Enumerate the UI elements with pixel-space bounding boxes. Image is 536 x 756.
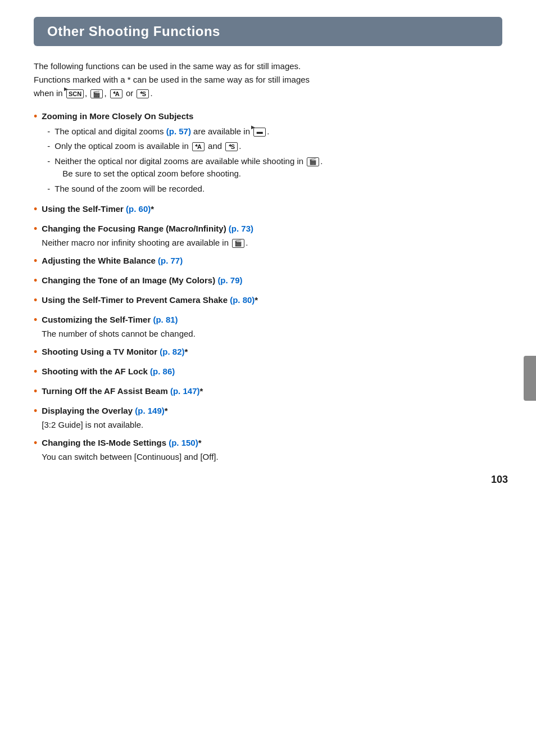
sub-item: - The optical and digital zooms (p. 57) … [47, 125, 502, 138]
page-container: Other Shooting Functions The following f… [0, 0, 536, 503]
icon-cam-scene2: 🎬 [90, 89, 103, 98]
bullet-content-wb: Adjusting the White Balance (p. 77) [42, 255, 502, 268]
list-item: • Adjusting the White Balance (p. 77) [34, 255, 502, 269]
icon-cam-scene1: ▶ SCN [66, 89, 84, 98]
link-p81: (p. 81) [153, 315, 178, 324]
sub-content: Only the optical zoom is available in ⁴A… [54, 140, 502, 153]
sub-content: The sound of the zoom will be recorded. [54, 183, 502, 196]
bullet-content-colors: Changing the Tone of an Image (My Colors… [42, 274, 502, 287]
bullet-dot: • [34, 384, 37, 399]
link-p147: (p. 147) [170, 386, 200, 396]
list-item: • Shooting Using a TV Monitor (p. 82)* [34, 346, 502, 360]
sub-item: - Neither the optical nor digital zooms … [47, 155, 502, 180]
bullet-dot: • [34, 436, 37, 451]
icon-auto-a: ⁴A [192, 142, 205, 151]
indent-note: Be sure to set the optical zoom before s… [62, 169, 241, 178]
item-label: Shooting with the AF Lock (p. 86) [42, 366, 175, 376]
link-p77: (p. 77) [158, 256, 183, 265]
bullet-dot: • [34, 404, 37, 419]
item-label: Changing the IS-Mode Settings (p. 150)* [42, 438, 201, 447]
icon-movie-cam: ▶ ▬ [253, 128, 266, 137]
item-label: Adjusting the White Balance (p. 77) [42, 256, 183, 265]
item-label: Using the Self-Timer to Prevent Camera S… [42, 295, 258, 305]
link-p150: (p. 150) [169, 438, 198, 447]
item-label: Customizing the Self-Timer (p. 81) [42, 315, 178, 324]
bullet-content-tv: Shooting Using a TV Monitor (p. 82)* [42, 346, 502, 359]
icon-cam-auto-s: ⁴S [137, 89, 149, 98]
bullet-list: • Zooming in More Closely On Subjects - … [34, 110, 502, 463]
intro-line1: The following functions can be used in t… [34, 60, 502, 73]
note-text: You can switch between [Continuous] and … [42, 451, 502, 464]
bullet-dot: • [34, 109, 37, 124]
link-p57: (p. 57) [166, 126, 191, 136]
icon-movie3: 🎬 [232, 239, 244, 248]
icon-cam-auto-a: ⁴A [110, 89, 122, 98]
bullet-content-af-beam: Turning Off the AF Assist Beam (p. 147)* [42, 385, 502, 398]
bullet-dot: • [34, 364, 37, 379]
page-title: Other Shooting Functions [47, 24, 489, 39]
sub-dash: - [47, 140, 50, 153]
link-p60: (p. 60) [126, 204, 151, 214]
link-p73: (p. 73) [229, 224, 253, 233]
note-text: Neither macro nor infinity shooting are … [42, 237, 502, 250]
bullet-content-focus: Changing the Focusing Range (Macro/Infin… [42, 223, 502, 249]
list-item: • Customizing the Self-Timer (p. 81) The… [34, 314, 502, 340]
side-tab [524, 356, 536, 401]
link-p82: (p. 82) [160, 347, 184, 356]
bullet-content-custom-timer: Customizing the Self-Timer (p. 81) The n… [42, 314, 502, 340]
sub-dash: - [47, 155, 50, 168]
item-label: Changing the Tone of an Image (My Colors… [42, 275, 242, 285]
intro-line2: Functions marked with a * can be used in… [34, 73, 502, 100]
bullet-dot: • [34, 253, 37, 269]
bullet-content-af-lock: Shooting with the AF Lock (p. 86) [42, 365, 502, 378]
title-bar: Other Shooting Functions [34, 17, 502, 46]
list-item: • Changing the Focusing Range (Macro/Inf… [34, 223, 502, 249]
bullet-dot: • [34, 221, 37, 237]
item-label: Turning Off the AF Assist Beam (p. 147)* [42, 386, 203, 396]
note-text: [3:2 Guide] is not available. [42, 419, 502, 432]
list-item: • Changing the Tone of an Image (My Colo… [34, 274, 502, 288]
or-text: or [126, 88, 133, 98]
sub-dash: - [47, 125, 50, 138]
item-label: Changing the Focusing Range (Macro/Infin… [42, 224, 253, 233]
list-item: • Displaying the Overlay (p. 149)* [3:2 … [34, 405, 502, 431]
note-text: The number of shots cannot be changed. [42, 328, 502, 341]
link-p149: (p. 149) [135, 406, 165, 415]
bullet-content-shake: Using the Self-Timer to Prevent Camera S… [42, 294, 502, 307]
list-item: • Shooting with the AF Lock (p. 86) [34, 365, 502, 379]
intro-paragraph: The following functions can be used in t… [34, 60, 502, 100]
icon-auto-s: ⁴S [225, 142, 238, 151]
sub-list-zoom: - The optical and digital zooms (p. 57) … [47, 125, 502, 196]
sub-content: The optical and digital zooms (p. 57) ar… [54, 125, 502, 138]
item-label: Using the Self-Timer (p. 60)* [42, 204, 154, 214]
list-item: • Changing the IS-Mode Settings (p. 150)… [34, 437, 502, 463]
page-number: 103 [491, 474, 508, 486]
list-item: • Turning Off the AF Assist Beam (p. 147… [34, 385, 502, 399]
bullet-dot: • [34, 202, 37, 217]
item-label-zoom: Zooming in More Closely On Subjects [42, 111, 193, 121]
item-label: Shooting Using a TV Monitor (p. 82)* [42, 347, 188, 356]
icon-movie2: 🎬 [307, 157, 319, 166]
sub-item: - Only the optical zoom is available in … [47, 140, 502, 153]
bullet-content-self-timer: Using the Self-Timer (p. 60)* [42, 203, 502, 216]
bullet-dot: • [34, 313, 37, 328]
sub-dash: - [47, 183, 50, 196]
bullet-content-overlay: Displaying the Overlay (p. 149)* [3:2 Gu… [42, 405, 502, 431]
bullet-dot: • [34, 293, 37, 308]
sub-content: Neither the optical nor digital zooms ar… [54, 155, 502, 180]
item-label: Displaying the Overlay (p. 149)* [42, 406, 167, 415]
list-item: • Zooming in More Closely On Subjects - … [34, 110, 502, 197]
link-p79: (p. 79) [217, 275, 242, 285]
link-p86: (p. 86) [150, 366, 175, 376]
bullet-dot: • [34, 273, 37, 288]
bullet-dot: • [34, 345, 37, 360]
list-item: • Using the Self-Timer (p. 60)* [34, 203, 502, 217]
bullet-content-is-mode: Changing the IS-Mode Settings (p. 150)* … [42, 437, 502, 463]
link-p80: (p. 80) [230, 295, 255, 305]
sub-item: - The sound of the zoom will be recorded… [47, 183, 502, 196]
bullet-content-zoom: Zooming in More Closely On Subjects - Th… [42, 110, 502, 197]
list-item: • Using the Self-Timer to Prevent Camera… [34, 294, 502, 308]
